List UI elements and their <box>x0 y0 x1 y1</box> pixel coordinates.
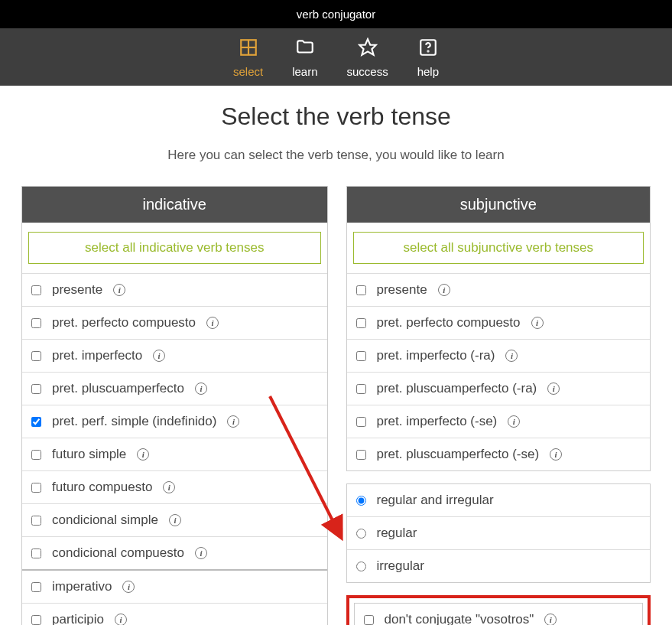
nav-label: select <box>233 65 263 78</box>
regularity-option[interactable]: regular and irregular <box>347 484 651 516</box>
tense-row[interactable]: presente i <box>22 273 327 306</box>
info-icon[interactable]: i <box>508 415 520 428</box>
regularity-options: regular and irregular regular irregular <box>346 483 651 583</box>
tense-checkbox[interactable] <box>31 318 41 328</box>
info-icon[interactable]: i <box>531 317 544 329</box>
subjunctive-column-wrap: subjunctive select all subjunctive verb … <box>346 186 651 625</box>
info-icon[interactable]: i <box>113 284 125 296</box>
tense-row[interactable]: pret. pluscuamperfecto (-ra) i <box>347 372 651 405</box>
info-icon[interactable]: i <box>547 382 560 395</box>
tense-checkbox[interactable] <box>31 483 41 493</box>
regularity-option[interactable]: regular <box>347 516 651 549</box>
top-nav: select learn success help <box>0 28 672 86</box>
tense-label: pret. pluscuamperfecto (-se) <box>377 447 540 462</box>
tense-row[interactable]: pret. perfecto compuesto i <box>347 306 651 339</box>
info-icon[interactable]: i <box>227 415 239 428</box>
regularity-radio[interactable] <box>356 496 366 506</box>
info-icon[interactable]: i <box>169 514 181 526</box>
tense-checkbox[interactable] <box>356 384 366 394</box>
regularity-option[interactable]: irregular <box>347 549 651 582</box>
nav-help[interactable]: help <box>417 37 439 78</box>
svg-point-5 <box>427 50 428 51</box>
indicative-header: indicative <box>22 187 327 223</box>
info-icon[interactable]: i <box>544 614 557 625</box>
tense-label: presente <box>377 282 427 298</box>
option-label: regular <box>377 526 417 541</box>
nav-label: help <box>417 65 439 78</box>
page-subtitle: Here you can select the verb tense, you … <box>0 148 672 163</box>
regularity-radio[interactable] <box>356 562 366 571</box>
tense-row[interactable]: pret. perf. simple (indefinido) i <box>22 405 327 438</box>
nav-learn[interactable]: learn <box>292 37 317 78</box>
app-title-bar: verb conjugator <box>0 0 672 28</box>
tense-checkbox[interactable] <box>31 516 41 526</box>
tense-label: pret. perf. simple (indefinido) <box>52 414 216 429</box>
tense-checkbox[interactable] <box>356 285 366 295</box>
tense-label: futuro simple <box>52 447 126 462</box>
vosotros-label: don't conjugate "vosotros" <box>385 612 534 625</box>
vosotros-option[interactable]: don't conjugate "vosotros" i <box>354 603 644 625</box>
subjunctive-header: subjunctive <box>347 187 651 223</box>
tense-label: futuro compuesto <box>52 480 152 495</box>
tense-checkbox[interactable] <box>31 285 41 295</box>
regularity-radio[interactable] <box>356 529 366 539</box>
tense-checkbox[interactable] <box>31 417 41 427</box>
tense-row[interactable]: pret. perfecto compuesto i <box>22 306 327 339</box>
tense-label: pret. imperfecto <box>52 348 142 363</box>
info-icon[interactable]: i <box>163 481 175 493</box>
tense-label: imperativo <box>52 579 112 594</box>
tense-row[interactable]: pret. pluscuamperfecto (-se) i <box>347 438 651 470</box>
tense-checkbox[interactable] <box>356 318 366 328</box>
tense-label: participio <box>52 612 104 625</box>
tense-row[interactable]: futuro simple i <box>22 438 327 470</box>
tense-row[interactable]: condicional compuesto i <box>22 536 327 569</box>
tense-row[interactable]: condicional simple i <box>22 503 327 536</box>
info-icon[interactable]: i <box>550 448 562 461</box>
tense-checkbox[interactable] <box>356 450 366 460</box>
tense-row[interactable]: pret. imperfecto i <box>22 339 327 372</box>
tense-checkbox[interactable] <box>31 582 41 592</box>
info-icon[interactable]: i <box>206 317 219 329</box>
nav-success[interactable]: success <box>347 37 388 78</box>
tense-row[interactable]: pret. pluscuamperfecto i <box>22 372 327 405</box>
info-icon[interactable]: i <box>438 284 450 296</box>
info-icon[interactable]: i <box>505 350 518 362</box>
select-all-subjunctive-button[interactable]: select all subjunctive verb tenses <box>353 232 644 264</box>
tense-row[interactable]: pret. imperfecto (-se) i <box>347 405 651 438</box>
tense-checkbox[interactable] <box>31 351 41 361</box>
tense-row[interactable]: presente i <box>347 273 651 306</box>
tense-checkbox[interactable] <box>31 615 41 625</box>
tense-checkbox[interactable] <box>356 351 366 361</box>
tense-checkbox[interactable] <box>31 450 41 460</box>
tense-label: pret. perfecto compuesto <box>377 315 521 330</box>
option-label: irregular <box>377 558 424 574</box>
nav-select[interactable]: select <box>233 37 263 78</box>
vosotros-checkbox[interactable] <box>364 615 374 625</box>
tense-label: pret. pluscuamperfecto <box>52 381 184 396</box>
info-icon[interactable]: i <box>195 547 207 559</box>
tense-label: pret. imperfecto (-se) <box>377 414 498 429</box>
tense-checkbox[interactable] <box>31 384 41 394</box>
tense-row[interactable]: pret. imperfecto (-ra) i <box>347 339 651 372</box>
folder-icon <box>295 37 315 60</box>
tense-label: pret. imperfecto (-ra) <box>377 348 495 363</box>
tense-label: pret. perfecto compuesto <box>52 315 196 330</box>
info-icon[interactable]: i <box>137 448 149 461</box>
svg-marker-3 <box>359 39 376 55</box>
app-title: verb conjugator <box>297 8 375 21</box>
tense-row[interactable]: futuro compuesto i <box>22 470 327 503</box>
info-icon[interactable]: i <box>122 581 135 593</box>
tense-row[interactable]: imperativo i <box>22 569 327 603</box>
tense-label: condicional simple <box>52 513 158 528</box>
tense-row[interactable]: participio i <box>22 603 327 625</box>
tense-label: condicional compuesto <box>52 545 184 561</box>
info-icon[interactable]: i <box>195 382 207 395</box>
info-icon[interactable]: i <box>115 614 127 625</box>
info-icon[interactable]: i <box>153 350 165 362</box>
tense-checkbox[interactable] <box>356 417 366 427</box>
star-icon <box>358 37 378 60</box>
subjunctive-tense-list: presente i pret. perfecto compuesto i pr… <box>347 273 651 470</box>
tense-checkbox[interactable] <box>31 549 41 558</box>
select-all-indicative-button[interactable]: select all indicative verb tenses <box>28 232 321 264</box>
option-label: regular and irregular <box>377 493 494 508</box>
